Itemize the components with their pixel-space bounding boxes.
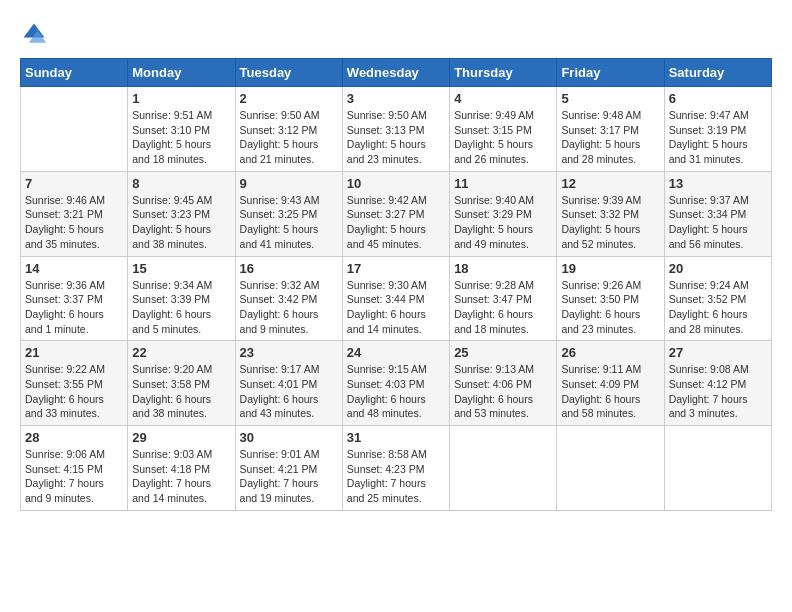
calendar-cell: [664, 426, 771, 511]
calendar-cell: 10Sunrise: 9:42 AMSunset: 3:27 PMDayligh…: [342, 171, 449, 256]
calendar-week-row: 1Sunrise: 9:51 AMSunset: 3:10 PMDaylight…: [21, 87, 772, 172]
day-number: 24: [347, 345, 445, 360]
day-info: Sunrise: 9:32 AMSunset: 3:42 PMDaylight:…: [240, 278, 338, 337]
calendar-table: SundayMondayTuesdayWednesdayThursdayFrid…: [20, 58, 772, 511]
day-number: 22: [132, 345, 230, 360]
calendar-cell: 8Sunrise: 9:45 AMSunset: 3:23 PMDaylight…: [128, 171, 235, 256]
calendar-cell: 5Sunrise: 9:48 AMSunset: 3:17 PMDaylight…: [557, 87, 664, 172]
day-info: Sunrise: 9:36 AMSunset: 3:37 PMDaylight:…: [25, 278, 123, 337]
calendar-cell: 17Sunrise: 9:30 AMSunset: 3:44 PMDayligh…: [342, 256, 449, 341]
day-number: 7: [25, 176, 123, 191]
calendar-cell: 18Sunrise: 9:28 AMSunset: 3:47 PMDayligh…: [450, 256, 557, 341]
calendar-cell: 13Sunrise: 9:37 AMSunset: 3:34 PMDayligh…: [664, 171, 771, 256]
day-number: 2: [240, 91, 338, 106]
calendar-cell: 26Sunrise: 9:11 AMSunset: 4:09 PMDayligh…: [557, 341, 664, 426]
day-number: 31: [347, 430, 445, 445]
day-number: 15: [132, 261, 230, 276]
day-number: 26: [561, 345, 659, 360]
calendar-cell: 11Sunrise: 9:40 AMSunset: 3:29 PMDayligh…: [450, 171, 557, 256]
day-info: Sunrise: 9:06 AMSunset: 4:15 PMDaylight:…: [25, 447, 123, 506]
day-number: 20: [669, 261, 767, 276]
day-info: Sunrise: 9:47 AMSunset: 3:19 PMDaylight:…: [669, 108, 767, 167]
calendar-cell: 22Sunrise: 9:20 AMSunset: 3:58 PMDayligh…: [128, 341, 235, 426]
day-number: 13: [669, 176, 767, 191]
day-info: Sunrise: 9:42 AMSunset: 3:27 PMDaylight:…: [347, 193, 445, 252]
calendar-cell: 16Sunrise: 9:32 AMSunset: 3:42 PMDayligh…: [235, 256, 342, 341]
day-info: Sunrise: 9:22 AMSunset: 3:55 PMDaylight:…: [25, 362, 123, 421]
day-info: Sunrise: 9:37 AMSunset: 3:34 PMDaylight:…: [669, 193, 767, 252]
weekday-header-friday: Friday: [557, 59, 664, 87]
calendar-cell: 1Sunrise: 9:51 AMSunset: 3:10 PMDaylight…: [128, 87, 235, 172]
day-info: Sunrise: 8:58 AMSunset: 4:23 PMDaylight:…: [347, 447, 445, 506]
calendar-cell: 3Sunrise: 9:50 AMSunset: 3:13 PMDaylight…: [342, 87, 449, 172]
calendar-cell: 9Sunrise: 9:43 AMSunset: 3:25 PMDaylight…: [235, 171, 342, 256]
weekday-header-sunday: Sunday: [21, 59, 128, 87]
calendar-cell: 29Sunrise: 9:03 AMSunset: 4:18 PMDayligh…: [128, 426, 235, 511]
day-info: Sunrise: 9:34 AMSunset: 3:39 PMDaylight:…: [132, 278, 230, 337]
day-info: Sunrise: 9:49 AMSunset: 3:15 PMDaylight:…: [454, 108, 552, 167]
day-number: 23: [240, 345, 338, 360]
day-info: Sunrise: 9:01 AMSunset: 4:21 PMDaylight:…: [240, 447, 338, 506]
day-info: Sunrise: 9:24 AMSunset: 3:52 PMDaylight:…: [669, 278, 767, 337]
calendar-cell: [21, 87, 128, 172]
calendar-cell: 21Sunrise: 9:22 AMSunset: 3:55 PMDayligh…: [21, 341, 128, 426]
day-info: Sunrise: 9:20 AMSunset: 3:58 PMDaylight:…: [132, 362, 230, 421]
day-number: 12: [561, 176, 659, 191]
logo: [20, 20, 52, 48]
day-info: Sunrise: 9:46 AMSunset: 3:21 PMDaylight:…: [25, 193, 123, 252]
day-info: Sunrise: 9:45 AMSunset: 3:23 PMDaylight:…: [132, 193, 230, 252]
day-number: 11: [454, 176, 552, 191]
calendar-week-row: 21Sunrise: 9:22 AMSunset: 3:55 PMDayligh…: [21, 341, 772, 426]
day-number: 30: [240, 430, 338, 445]
day-info: Sunrise: 9:51 AMSunset: 3:10 PMDaylight:…: [132, 108, 230, 167]
weekday-header-row: SundayMondayTuesdayWednesdayThursdayFrid…: [21, 59, 772, 87]
calendar-cell: 6Sunrise: 9:47 AMSunset: 3:19 PMDaylight…: [664, 87, 771, 172]
weekday-header-wednesday: Wednesday: [342, 59, 449, 87]
calendar-cell: 23Sunrise: 9:17 AMSunset: 4:01 PMDayligh…: [235, 341, 342, 426]
day-info: Sunrise: 9:08 AMSunset: 4:12 PMDaylight:…: [669, 362, 767, 421]
day-number: 16: [240, 261, 338, 276]
weekday-header-tuesday: Tuesday: [235, 59, 342, 87]
day-info: Sunrise: 9:17 AMSunset: 4:01 PMDaylight:…: [240, 362, 338, 421]
day-number: 29: [132, 430, 230, 445]
day-info: Sunrise: 9:50 AMSunset: 3:13 PMDaylight:…: [347, 108, 445, 167]
calendar-week-row: 28Sunrise: 9:06 AMSunset: 4:15 PMDayligh…: [21, 426, 772, 511]
day-number: 5: [561, 91, 659, 106]
day-number: 14: [25, 261, 123, 276]
day-info: Sunrise: 9:03 AMSunset: 4:18 PMDaylight:…: [132, 447, 230, 506]
day-info: Sunrise: 9:48 AMSunset: 3:17 PMDaylight:…: [561, 108, 659, 167]
calendar-cell: 20Sunrise: 9:24 AMSunset: 3:52 PMDayligh…: [664, 256, 771, 341]
day-number: 1: [132, 91, 230, 106]
day-info: Sunrise: 9:50 AMSunset: 3:12 PMDaylight:…: [240, 108, 338, 167]
day-number: 25: [454, 345, 552, 360]
day-info: Sunrise: 9:15 AMSunset: 4:03 PMDaylight:…: [347, 362, 445, 421]
day-number: 9: [240, 176, 338, 191]
day-number: 27: [669, 345, 767, 360]
day-number: 21: [25, 345, 123, 360]
page-header: [20, 20, 772, 48]
calendar-cell: 31Sunrise: 8:58 AMSunset: 4:23 PMDayligh…: [342, 426, 449, 511]
calendar-cell: 25Sunrise: 9:13 AMSunset: 4:06 PMDayligh…: [450, 341, 557, 426]
day-info: Sunrise: 9:43 AMSunset: 3:25 PMDaylight:…: [240, 193, 338, 252]
day-number: 19: [561, 261, 659, 276]
day-number: 17: [347, 261, 445, 276]
day-number: 8: [132, 176, 230, 191]
calendar-cell: 7Sunrise: 9:46 AMSunset: 3:21 PMDaylight…: [21, 171, 128, 256]
day-number: 10: [347, 176, 445, 191]
calendar-cell: 30Sunrise: 9:01 AMSunset: 4:21 PMDayligh…: [235, 426, 342, 511]
calendar-cell: 12Sunrise: 9:39 AMSunset: 3:32 PMDayligh…: [557, 171, 664, 256]
calendar-cell: 27Sunrise: 9:08 AMSunset: 4:12 PMDayligh…: [664, 341, 771, 426]
day-number: 28: [25, 430, 123, 445]
day-info: Sunrise: 9:30 AMSunset: 3:44 PMDaylight:…: [347, 278, 445, 337]
calendar-cell: 15Sunrise: 9:34 AMSunset: 3:39 PMDayligh…: [128, 256, 235, 341]
weekday-header-saturday: Saturday: [664, 59, 771, 87]
calendar-cell: [557, 426, 664, 511]
day-info: Sunrise: 9:13 AMSunset: 4:06 PMDaylight:…: [454, 362, 552, 421]
day-number: 6: [669, 91, 767, 106]
day-info: Sunrise: 9:40 AMSunset: 3:29 PMDaylight:…: [454, 193, 552, 252]
calendar-cell: 4Sunrise: 9:49 AMSunset: 3:15 PMDaylight…: [450, 87, 557, 172]
calendar-cell: 19Sunrise: 9:26 AMSunset: 3:50 PMDayligh…: [557, 256, 664, 341]
calendar-cell: [450, 426, 557, 511]
day-number: 18: [454, 261, 552, 276]
day-number: 4: [454, 91, 552, 106]
